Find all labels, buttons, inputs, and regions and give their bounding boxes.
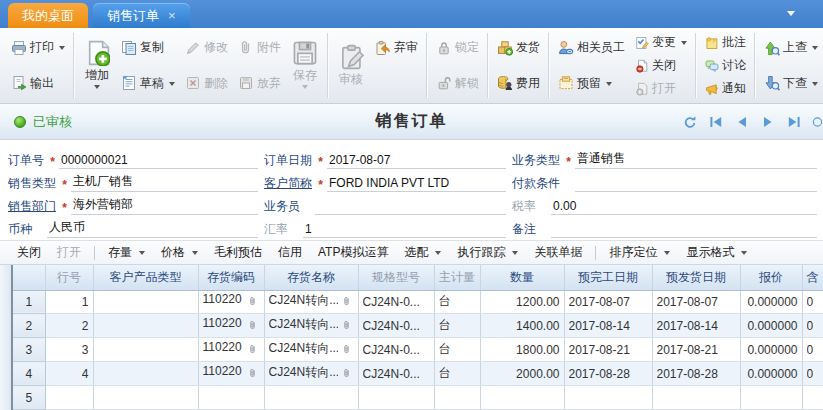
atp-simulation-button[interactable]: ATP模拟运算 — [311, 242, 395, 263]
cell[interactable]: 1800.00 — [480, 338, 564, 362]
cell[interactable]: 110220 — [198, 290, 264, 314]
field-customer-abbr-value[interactable]: FORD INDIA PVT LTD — [327, 176, 506, 192]
cell[interactable]: 1 — [45, 290, 93, 314]
tab-close-icon[interactable]: × — [168, 9, 176, 22]
cell[interactable]: CJ24N-0... — [358, 290, 434, 314]
field-salesperson-value[interactable] — [315, 199, 506, 215]
field-order-date-value[interactable]: 2017-08-07 — [327, 153, 506, 169]
draft-button[interactable]: 草稿 — [117, 73, 179, 94]
field-order-no-value[interactable]: 0000000021 — [59, 153, 258, 169]
paperclip-icon[interactable] — [342, 320, 354, 335]
cell[interactable]: 0 — [802, 314, 823, 338]
paperclip-icon[interactable] — [248, 368, 260, 383]
column-header-5[interactable]: 规格型号 — [358, 265, 434, 290]
cell[interactable]: 2017-08-28 — [652, 362, 740, 386]
cell[interactable] — [480, 386, 564, 410]
row-selector[interactable]: 1 — [13, 290, 45, 314]
cell[interactable]: CJ24N转向... — [264, 338, 358, 362]
paperclip-icon[interactable] — [342, 296, 354, 311]
cell[interactable]: 0 — [802, 290, 823, 314]
cell[interactable]: 台 — [434, 314, 480, 338]
cell[interactable]: 2017-08-14 — [652, 314, 740, 338]
chevron-down-icon[interactable] — [787, 11, 795, 20]
cell[interactable] — [45, 386, 93, 410]
column-header-7[interactable]: 数量 — [480, 265, 564, 290]
tab-my-desktop[interactable]: 我的桌面 — [8, 3, 88, 28]
row-selector[interactable]: 5 — [13, 386, 45, 410]
cell[interactable]: 0.000000 — [740, 338, 802, 362]
field-tax-rate-value[interactable]: 0.00 — [551, 199, 817, 215]
price-button[interactable]: 价格 — [154, 242, 205, 263]
cell[interactable]: 2017-08-21 — [564, 338, 652, 362]
cell[interactable]: CJ24N转向... — [264, 362, 358, 386]
field-business-type-value[interactable]: 普通销售 — [575, 150, 817, 169]
change-button[interactable]: 变更 — [631, 32, 691, 53]
field-sales-dept-label[interactable]: 销售部门 — [8, 198, 58, 215]
copy-button[interactable]: 复制 — [117, 37, 179, 58]
cell[interactable] — [740, 386, 802, 410]
annotate-button[interactable]: 批注 — [701, 32, 750, 53]
cell[interactable]: 台 — [434, 362, 480, 386]
cell[interactable] — [264, 386, 358, 410]
cell[interactable]: 2017-08-07 — [564, 290, 652, 314]
field-customer-abbr-label[interactable]: 客户简称 — [264, 175, 314, 192]
cell[interactable]: CJ24N转向... — [264, 314, 358, 338]
cell[interactable] — [434, 386, 480, 410]
stock-button[interactable]: 存量 — [101, 242, 152, 263]
column-header-8[interactable]: 预完工日期 — [564, 265, 652, 290]
column-header-2[interactable]: 客户产品类型 — [93, 265, 198, 290]
cell[interactable]: 0 — [802, 362, 823, 386]
credit-button[interactable]: 信用 — [271, 242, 309, 263]
cell[interactable]: CJ24N转向... — [264, 290, 358, 314]
down-query-button[interactable]: 下查 — [760, 73, 822, 94]
cell[interactable]: 1400.00 — [480, 314, 564, 338]
grid-close-button[interactable]: 关闭 — [10, 242, 48, 263]
cell[interactable] — [564, 386, 652, 410]
cell[interactable] — [358, 386, 434, 410]
cell[interactable]: 2017-08-21 — [652, 338, 740, 362]
paperclip-icon[interactable] — [342, 368, 354, 383]
field-currency-value[interactable]: 人民币 — [47, 219, 258, 238]
cell[interactable]: CJ24N-0... — [358, 338, 434, 362]
column-header-1[interactable]: 行号 — [45, 265, 93, 290]
row-selector[interactable]: 3 — [13, 338, 45, 362]
reserve-button[interactable]: 预留 — [554, 73, 629, 94]
cell[interactable] — [93, 338, 198, 362]
add-button[interactable]: 增加 — [79, 39, 115, 93]
cell[interactable]: 3 — [45, 338, 93, 362]
nav-last-button[interactable] — [786, 114, 802, 130]
cell[interactable]: 2000.00 — [480, 362, 564, 386]
ship-button[interactable]: 发货 — [493, 37, 544, 58]
field-sales-type-value[interactable]: 主机厂销售 — [71, 173, 258, 192]
partial-circle-icon[interactable] — [812, 114, 823, 130]
cell[interactable]: 110220 — [198, 362, 264, 386]
display-format-button[interactable]: 显示格式 — [679, 242, 754, 263]
paperclip-icon[interactable] — [248, 344, 260, 359]
cell[interactable]: 110220 — [198, 338, 264, 362]
close-button[interactable]: 关闭 — [631, 55, 691, 76]
nav-first-button[interactable] — [708, 114, 724, 130]
cell[interactable]: 110220 — [198, 314, 264, 338]
cell[interactable] — [93, 362, 198, 386]
cell[interactable] — [93, 290, 198, 314]
up-query-button[interactable]: 上查 — [760, 37, 822, 58]
nav-refresh-button[interactable] — [682, 114, 698, 130]
cell[interactable] — [652, 386, 740, 410]
row-selector[interactable]: 2 — [13, 314, 45, 338]
execution-tracking-button[interactable]: 执行跟踪 — [450, 242, 525, 263]
cell[interactable] — [802, 386, 823, 410]
notify-button[interactable]: 通知 — [701, 78, 750, 99]
column-header-0[interactable] — [13, 265, 45, 290]
fee-button[interactable]: 费用 — [493, 73, 544, 94]
export-button[interactable]: 输出 — [7, 73, 69, 94]
sort-locate-button[interactable]: 排序定位 — [602, 242, 677, 263]
cell[interactable]: 1200.00 — [480, 290, 564, 314]
cell[interactable]: 0.000000 — [740, 362, 802, 386]
cell[interactable] — [198, 386, 264, 410]
cell[interactable]: 2017-08-07 — [652, 290, 740, 314]
column-header-9[interactable]: 预发货日期 — [652, 265, 740, 290]
cell[interactable]: 4 — [45, 362, 93, 386]
field-sales-dept-value[interactable]: 海外营销部 — [71, 196, 258, 215]
related-staff-button[interactable]: 相关员工 — [554, 37, 629, 58]
cell[interactable]: 2017-08-14 — [564, 314, 652, 338]
